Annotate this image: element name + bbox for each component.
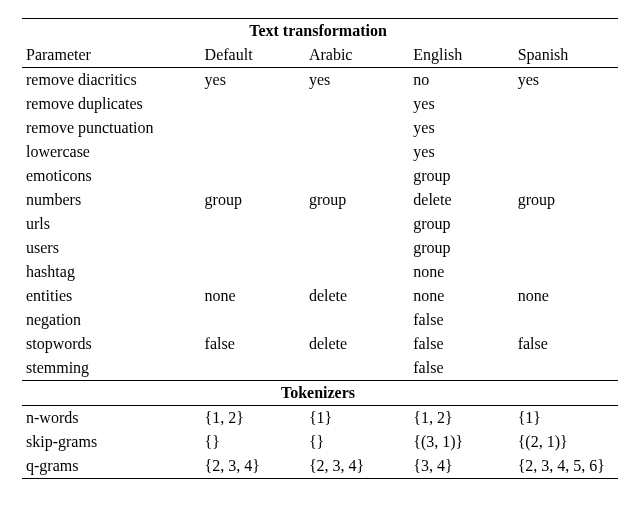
table-row: emoticonsgroup (22, 164, 618, 188)
table-row: stemmingfalse (22, 356, 618, 381)
column-header: Default (201, 43, 305, 68)
spanish-cell: yes (514, 68, 618, 93)
table-row: negationfalse (22, 308, 618, 332)
default-cell: yes (201, 68, 305, 93)
arabic-cell (305, 212, 409, 236)
english-cell: yes (409, 140, 513, 164)
param-cell: skip-grams (22, 430, 201, 454)
arabic-cell (305, 116, 409, 140)
default-cell (201, 164, 305, 188)
table-row: urlsgroup (22, 212, 618, 236)
spanish-cell (514, 116, 618, 140)
table-row: skip-grams{}{}{(3, 1)}{(2, 1)} (22, 430, 618, 454)
default-cell: false (201, 332, 305, 356)
spanish-cell: false (514, 332, 618, 356)
table-row: entitiesnonedeletenonenone (22, 284, 618, 308)
spanish-cell (514, 92, 618, 116)
arabic-cell (305, 308, 409, 332)
table-row: usersgroup (22, 236, 618, 260)
english-cell: false (409, 308, 513, 332)
english-cell: no (409, 68, 513, 93)
spanish-cell: group (514, 188, 618, 212)
default-cell: {1, 2} (201, 406, 305, 431)
param-cell: remove punctuation (22, 116, 201, 140)
english-cell: {(3, 1)} (409, 430, 513, 454)
table-row: hashtagnone (22, 260, 618, 284)
table-row: lowercaseyes (22, 140, 618, 164)
default-cell (201, 236, 305, 260)
default-cell (201, 308, 305, 332)
arabic-cell: {1} (305, 406, 409, 431)
spanish-cell (514, 260, 618, 284)
english-cell: group (409, 236, 513, 260)
column-header: English (409, 43, 513, 68)
arabic-cell: yes (305, 68, 409, 93)
spanish-cell (514, 164, 618, 188)
table-row: stopwordsfalsedeletefalsefalse (22, 332, 618, 356)
default-cell: {} (201, 430, 305, 454)
table-row: remove duplicatesyes (22, 92, 618, 116)
arabic-cell (305, 140, 409, 164)
section-text-transformation: Text transformation (22, 19, 618, 44)
default-cell (201, 92, 305, 116)
arabic-cell (305, 92, 409, 116)
spanish-cell: {2, 3, 4, 5, 6} (514, 454, 618, 479)
param-cell: q-grams (22, 454, 201, 479)
default-cell (201, 140, 305, 164)
param-cell: negation (22, 308, 201, 332)
arabic-cell (305, 164, 409, 188)
table-row: q-grams{2, 3, 4}{2, 3, 4}{3, 4}{2, 3, 4,… (22, 454, 618, 479)
arabic-cell (305, 260, 409, 284)
default-cell (201, 260, 305, 284)
english-cell: none (409, 284, 513, 308)
param-cell: numbers (22, 188, 201, 212)
table-row: numbersgroupgroupdeletegroup (22, 188, 618, 212)
table-row: n-words{1, 2}{1}{1, 2}{1} (22, 406, 618, 431)
param-cell: emoticons (22, 164, 201, 188)
english-cell: group (409, 164, 513, 188)
spanish-cell: {(2, 1)} (514, 430, 618, 454)
arabic-cell: {2, 3, 4} (305, 454, 409, 479)
default-cell: {2, 3, 4} (201, 454, 305, 479)
spanish-cell: {1} (514, 406, 618, 431)
spanish-cell (514, 140, 618, 164)
default-cell (201, 116, 305, 140)
english-cell: false (409, 356, 513, 381)
param-cell: n-words (22, 406, 201, 431)
english-cell: group (409, 212, 513, 236)
section-tokenizers: Tokenizers (22, 381, 618, 406)
default-cell: none (201, 284, 305, 308)
param-cell: hashtag (22, 260, 201, 284)
spanish-cell (514, 356, 618, 381)
arabic-cell (305, 356, 409, 381)
arabic-cell (305, 236, 409, 260)
spanish-cell: none (514, 284, 618, 308)
table-row: remove punctuationyes (22, 116, 618, 140)
default-cell (201, 212, 305, 236)
table-row: remove diacriticsyesyesnoyes (22, 68, 618, 93)
column-header: Spanish (514, 43, 618, 68)
spanish-cell (514, 236, 618, 260)
arabic-cell: delete (305, 284, 409, 308)
column-header: Arabic (305, 43, 409, 68)
english-cell: delete (409, 188, 513, 212)
spanish-cell (514, 308, 618, 332)
english-cell: none (409, 260, 513, 284)
param-cell: urls (22, 212, 201, 236)
arabic-cell: delete (305, 332, 409, 356)
param-cell: users (22, 236, 201, 260)
param-cell: remove duplicates (22, 92, 201, 116)
column-header: Parameter (22, 43, 201, 68)
param-cell: stemming (22, 356, 201, 381)
english-cell: yes (409, 92, 513, 116)
arabic-cell: {} (305, 430, 409, 454)
param-cell: remove diacritics (22, 68, 201, 93)
default-cell: group (201, 188, 305, 212)
parameters-table: Text transformationParameterDefaultArabi… (22, 18, 618, 479)
spanish-cell (514, 212, 618, 236)
english-cell: {3, 4} (409, 454, 513, 479)
arabic-cell: group (305, 188, 409, 212)
english-cell: false (409, 332, 513, 356)
param-cell: lowercase (22, 140, 201, 164)
param-cell: stopwords (22, 332, 201, 356)
